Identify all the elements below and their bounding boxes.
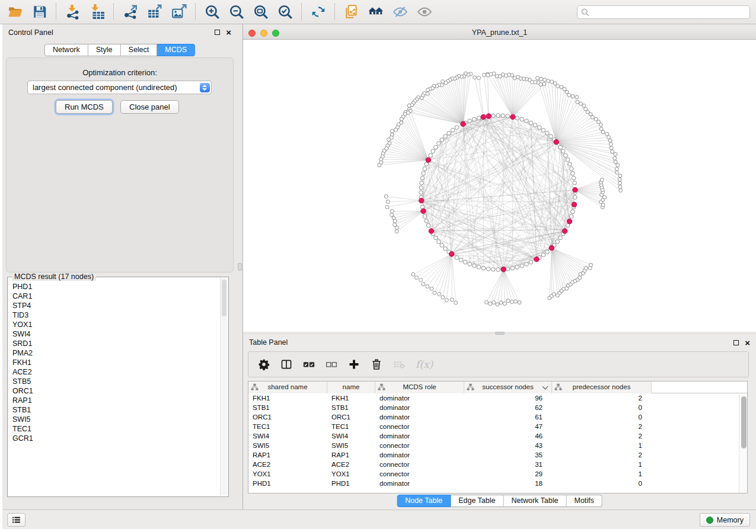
network-node[interactable]: [566, 158, 570, 162]
network-node[interactable]: [455, 126, 459, 130]
column-header-predecessor-nodes[interactable]: predecessor nodes: [552, 382, 652, 393]
network-hub-node[interactable]: [461, 121, 465, 126]
network-node[interactable]: [533, 123, 537, 127]
network-svg[interactable]: [243, 40, 756, 332]
tab-network[interactable]: Network: [44, 44, 88, 56]
refresh-button[interactable]: [306, 2, 330, 22]
network-node[interactable]: [501, 114, 505, 118]
network-node[interactable]: [503, 302, 506, 305]
network-node[interactable]: [603, 196, 607, 199]
panel-divider-handle[interactable]: [238, 263, 242, 271]
table-scrollbar[interactable]: [739, 394, 747, 493]
network-node[interactable]: [565, 90, 569, 94]
network-node[interactable]: [541, 253, 546, 257]
network-node[interactable]: [451, 129, 455, 133]
network-node[interactable]: [553, 82, 557, 85]
mcds-result-item[interactable]: FKH1: [12, 358, 220, 367]
network-node[interactable]: [499, 301, 503, 305]
export-network-button[interactable]: [118, 2, 142, 22]
open-file-button[interactable]: [3, 2, 27, 22]
close-panel-icon[interactable]: ×: [226, 29, 231, 36]
network-node[interactable]: [473, 264, 477, 268]
network-node[interactable]: [391, 210, 394, 213]
table-row[interactable]: SWI5SWI5connector431: [248, 441, 747, 450]
network-node[interactable]: [608, 139, 612, 142]
network-node[interactable]: [552, 293, 556, 296]
network-hub-node[interactable]: [562, 229, 567, 233]
network-node[interactable]: [515, 116, 519, 120]
network-node[interactable]: [540, 77, 543, 81]
network-node[interactable]: [529, 121, 533, 125]
network-node[interactable]: [510, 300, 513, 304]
network-node[interactable]: [433, 291, 436, 294]
network-node[interactable]: [610, 146, 613, 150]
network-hub-node[interactable]: [421, 209, 426, 213]
network-node[interactable]: [506, 114, 510, 118]
network-node[interactable]: [569, 167, 573, 171]
network-node[interactable]: [400, 117, 403, 121]
table-row[interactable]: SWI4SWI4dominator462: [248, 431, 747, 441]
export-table-button[interactable]: [142, 2, 167, 22]
tab-node-table[interactable]: Node Table: [397, 495, 451, 507]
table-row[interactable]: STB1STB1dominator620: [248, 403, 747, 412]
network-node[interactable]: [420, 176, 425, 180]
network-node[interactable]: [420, 181, 424, 185]
first-neighbors-button[interactable]: [363, 2, 388, 22]
network-node[interactable]: [495, 75, 499, 78]
network-node[interactable]: [611, 150, 614, 153]
network-node[interactable]: [485, 300, 489, 304]
network-node[interactable]: [492, 114, 496, 118]
network-hub-node[interactable]: [567, 219, 572, 224]
network-node[interactable]: [525, 119, 529, 123]
network-hub-node[interactable]: [534, 257, 539, 261]
float-panel-icon[interactable]: [733, 340, 739, 345]
network-node[interactable]: [384, 195, 388, 198]
network-node[interactable]: [605, 132, 609, 136]
network-node[interactable]: [455, 256, 459, 260]
mcds-result-item[interactable]: SWI5: [12, 415, 220, 424]
table-row[interactable]: PHD1PHD1dominator180: [248, 479, 747, 488]
network-node[interactable]: [385, 206, 389, 209]
network-node[interactable]: [614, 160, 617, 164]
mcds-result-item[interactable]: RAP1: [12, 396, 220, 405]
network-node[interactable]: [422, 171, 426, 175]
network-node[interactable]: [492, 301, 496, 305]
network-node[interactable]: [437, 142, 441, 146]
network-node[interactable]: [437, 240, 441, 244]
network-node[interactable]: [426, 88, 430, 92]
network-node[interactable]: [496, 268, 500, 272]
network-node[interactable]: [546, 79, 550, 83]
hide-selected-button[interactable]: [388, 2, 412, 22]
trash-button[interactable]: [371, 358, 382, 370]
zoom-out-button[interactable]: [224, 2, 248, 22]
network-node[interactable]: [426, 223, 430, 227]
network-node[interactable]: [434, 145, 438, 149]
network-node[interactable]: [572, 176, 576, 180]
zoom-fit-button[interactable]: [248, 2, 273, 22]
network-canvas[interactable]: [243, 40, 756, 332]
network-window-titlebar[interactable]: YPA_prune.txt_1: [243, 27, 756, 40]
network-node[interactable]: [481, 266, 486, 270]
network-node[interactable]: [520, 117, 524, 121]
network-node[interactable]: [387, 138, 391, 142]
network-node[interactable]: [445, 299, 448, 302]
check-pair-button[interactable]: [303, 358, 315, 370]
network-node[interactable]: [434, 236, 438, 240]
network-node[interactable]: [515, 265, 519, 270]
network-node[interactable]: [420, 205, 425, 209]
network-node[interactable]: [579, 102, 582, 105]
table-row[interactable]: ORC1ORC1dominator610: [248, 412, 747, 422]
network-node[interactable]: [420, 96, 423, 100]
network-node[interactable]: [573, 196, 577, 200]
float-panel-icon[interactable]: [215, 30, 220, 35]
column-header-MCDS-role[interactable]: MCDS role: [375, 382, 464, 393]
network-node[interactable]: [618, 185, 622, 188]
network-node[interactable]: [529, 260, 533, 264]
network-node[interactable]: [492, 267, 496, 271]
network-node[interactable]: [575, 95, 579, 99]
network-node[interactable]: [576, 100, 579, 104]
table-row[interactable]: TEC1TEC1connector472: [248, 422, 747, 431]
network-node[interactable]: [562, 149, 566, 153]
network-node[interactable]: [444, 134, 448, 139]
network-node[interactable]: [393, 219, 397, 223]
